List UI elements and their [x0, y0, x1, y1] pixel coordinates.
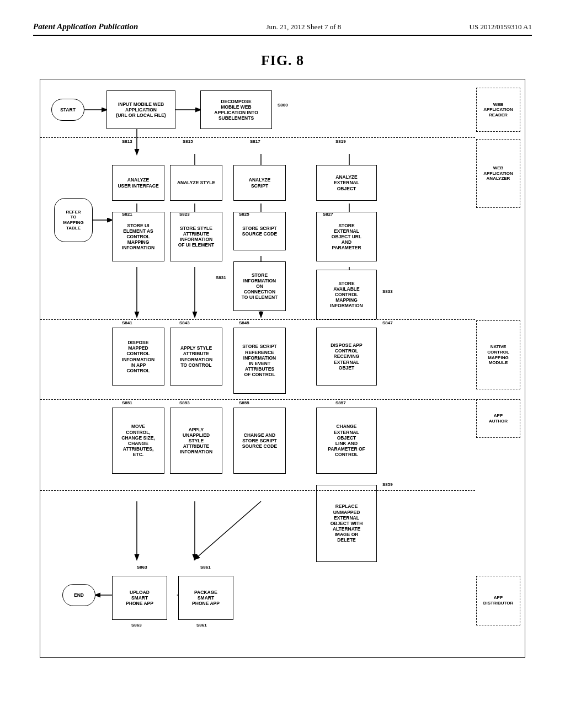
s825-label: S825: [239, 212, 249, 217]
start-box: START: [51, 99, 84, 121]
s861-label-bottom: S861: [200, 565, 211, 570]
s861-under: S861: [196, 623, 207, 628]
upload-smart-box: UPLOAD SMART PHONE APP: [112, 576, 167, 620]
flowchart: START INPUT MOBILE WEB APPLICATION (URL …: [40, 79, 525, 658]
s815-label: S815: [183, 139, 193, 144]
page-header: Patent Application Publication Jun. 21, …: [33, 22, 532, 36]
s827-label: S827: [323, 212, 333, 217]
app-distributor-box: APP DISTRIBUTOR: [476, 576, 520, 625]
analyze-ui-box: ANALYZE USER INTERFACE: [112, 165, 164, 201]
s841-label: S841: [122, 320, 132, 325]
s817-label: S817: [250, 139, 260, 144]
web-app-analyzer-box: WEB APPLICATION ANALYZER: [476, 139, 520, 208]
s813-label: S813: [122, 139, 132, 144]
s863-under: S863: [131, 623, 142, 628]
header-right: US 2012/0159310 A1: [470, 23, 532, 31]
page: Patent Application Publication Jun. 21, …: [0, 0, 565, 680]
s859-label: S859: [382, 482, 393, 487]
hdivider-4: [40, 490, 475, 491]
analyze-style-box: ANALYZE STYLE: [170, 165, 222, 201]
s831-label: S831: [216, 275, 226, 280]
s833-label: S833: [382, 289, 393, 294]
svg-line-26: [195, 501, 261, 559]
store-script-ref-box: STORE SCRIPT REFERENCE INFORMATION IN EV…: [233, 328, 286, 394]
header-center: Jun. 21, 2012 Sheet 7 of 8: [266, 23, 342, 31]
store-available-box: STORE AVAILABLE CONTROL MAPPING INFORMAT…: [316, 270, 377, 319]
hdivider-1: [40, 137, 475, 138]
change-store-box: CHANGE AND STORE SCRIPT SOURCE CODE: [233, 408, 286, 474]
s819-label: S819: [335, 139, 346, 144]
app-author-box: APP AUTHOR: [476, 399, 520, 438]
s851-bottom: S851: [122, 400, 132, 405]
dispose-app-box: DISPOSE APP CONTROL RECEIVING EXTERNAL O…: [316, 328, 377, 386]
header-left: Patent Application Publication: [33, 22, 138, 31]
s800-label: S800: [278, 103, 288, 108]
store-external-box: STORE EXTERNAL OBJECT URL AND PARAMETER: [316, 212, 377, 261]
s843-label: S843: [179, 320, 190, 325]
apply-unapplied-box: APPLY UNAPPLIED STYLE ATTRIBUTE INFORMAT…: [170, 408, 222, 474]
web-app-reader-box: WEB APPLICATION READER: [476, 88, 520, 132]
s855-bottom: S855: [239, 400, 249, 405]
change-external-box: CHANGE EXTERNAL OBJECT LINK AND PARAMETE…: [316, 408, 377, 474]
apply-style-box: APPLY STYLE ATTRIBUTE INFORMATION TO CON…: [170, 328, 222, 386]
s857-bottom: S857: [335, 400, 346, 405]
hdivider-2: [40, 319, 475, 320]
package-smart-box: PACKAGE SMART PHONE APP: [178, 576, 233, 620]
store-style-box: STORE STYLE ATTRIBUTE INFORMATION OF UI …: [170, 212, 222, 261]
store-script-src-box: STORE SCRIPT SOURCE CODE: [233, 212, 286, 250]
figure-title: FIG. 8: [33, 52, 532, 69]
refer-mapping-box: REFER TO MAPPING TABLE: [54, 198, 93, 242]
store-info-connection-box: STORE INFORMATION ON CONNECTION TO UI EL…: [233, 261, 286, 311]
s821-label: S821: [122, 212, 132, 217]
store-ui-box: STORE UI ELEMENT AS CONTROL MAPPING INFO…: [112, 212, 164, 261]
native-control-box: NATIVE CONTROL MAPPING MODULE: [476, 320, 520, 389]
input-mobile-box: INPUT MOBILE WEB APPLICATION (URL OR LOC…: [106, 90, 175, 129]
end-box: END: [62, 584, 95, 606]
decompose-box: DECOMPOSE MOBILE WEB APPLICATION INTO SU…: [200, 90, 272, 129]
analyze-script-box: ANALYZE SCRIPT: [233, 165, 286, 201]
s853-bottom: S853: [179, 400, 190, 405]
replace-unmapped-box: REPLACE UNMAPPED EXTERNAL OBJECT WITH AL…: [316, 485, 377, 562]
s845-label: S845: [239, 320, 249, 325]
s847-label: S847: [382, 320, 393, 325]
dispose-mapped-box: DISPOSE MAPPED CONTROL INFORMATION IN AP…: [112, 328, 164, 386]
s863-label-bottom: S863: [137, 565, 147, 570]
analyze-external-box: ANALYZE EXTERNAL OBJECT: [316, 165, 377, 201]
move-control-box: MOVE CONTROL, CHANGE SIZE, CHANGE ATTRIB…: [112, 408, 164, 474]
s823-label: S823: [179, 212, 190, 217]
hdivider-3: [40, 399, 475, 400]
